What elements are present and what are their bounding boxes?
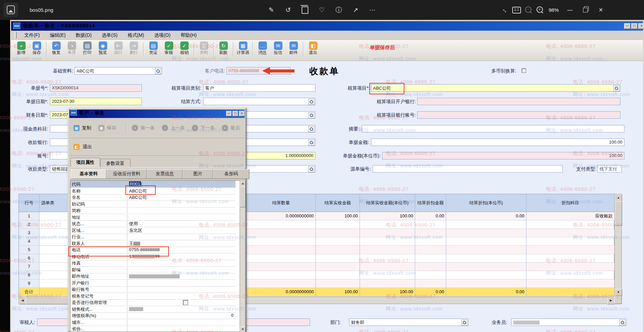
- table-cell[interactable]: [446, 279, 526, 288]
- table-cell[interactable]: 100.00: [316, 212, 360, 220]
- table-cell[interactable]: [247, 246, 316, 254]
- table-cell[interactable]: 0.0000000000: [247, 212, 316, 220]
- grid-row-联系人[interactable]: 联系人王: [70, 240, 236, 247]
- toolbar-button-保存[interactable]: ▣保存: [29, 41, 44, 55]
- table-cell[interactable]: [446, 254, 526, 263]
- grid-row-value[interactable]: ABC公司: [129, 188, 234, 194]
- table-cell[interactable]: [247, 229, 316, 237]
- table-cell[interactable]: [360, 279, 415, 288]
- lookup-icon[interactable]: [308, 140, 314, 146]
- grid-row-value[interactable]: [129, 293, 234, 299]
- dialog-scroll-up[interactable]: ▲: [240, 181, 246, 187]
- scroll-thumb[interactable]: [615, 201, 622, 225]
- table-total-cell[interactable]: 100.00: [360, 288, 415, 296]
- table-total-cell[interactable]: 0.0000000000: [247, 288, 316, 296]
- table-cell[interactable]: [247, 271, 316, 279]
- grid-row-value[interactable]: [129, 201, 234, 207]
- grid-row-value[interactable]: [129, 234, 234, 240]
- info-icon[interactable]: ⓘ: [333, 0, 344, 20]
- toolbar-button-刷新[interactable]: ↻刷新: [216, 41, 231, 55]
- grid-row-简称[interactable]: 简称: [70, 207, 236, 214]
- table-cell[interactable]: [360, 254, 415, 263]
- amount-local-field[interactable]: 100.00: [382, 152, 624, 159]
- grid-row-value[interactable]: [129, 280, 234, 286]
- item-bankacc-field[interactable]: [417, 111, 620, 119]
- grid-row-增值税率(%)[interactable]: 增值税率(%)0: [70, 312, 236, 319]
- table-cell[interactable]: 8: [19, 271, 39, 279]
- table-cell[interactable]: [316, 271, 360, 279]
- table-cell[interactable]: 9: [19, 279, 39, 288]
- grid-row-电话[interactable]: 电话0755-88888888: [70, 246, 236, 253]
- dialog-scroll-thumb[interactable]: [240, 186, 246, 207]
- bill-date-field[interactable]: 2023-07-30: [50, 98, 142, 105]
- table-cell[interactable]: [316, 229, 360, 237]
- table-cell[interactable]: 3: [19, 229, 39, 237]
- table-cell[interactable]: [526, 220, 615, 229]
- table-cell[interactable]: [316, 263, 360, 271]
- table-cell[interactable]: [526, 229, 615, 237]
- inner-tab-图片[interactable]: 图片: [183, 169, 213, 179]
- base-data-field[interactable]: ABC公司: [74, 67, 162, 74]
- kis-maximize-button[interactable]: □: [631, 23, 638, 29]
- grid-row-value[interactable]: [129, 214, 234, 220]
- lookup-icon[interactable]: [619, 320, 625, 326]
- delete-icon[interactable]: [299, 0, 311, 20]
- table-cell[interactable]: 5: [19, 246, 39, 254]
- table-cell[interactable]: [415, 279, 446, 288]
- grid-row-value[interactable]: 1399: [129, 254, 234, 260]
- table-cell[interactable]: [526, 237, 615, 246]
- grid-row-地址[interactable]: 地址: [70, 214, 236, 221]
- edit-image-icon[interactable]: ✎: [266, 0, 277, 20]
- toolbar-button-预览[interactable]: ◉预览: [95, 41, 111, 55]
- grid-row-助记码[interactable]: 助记码: [70, 201, 236, 208]
- grid-row-value[interactable]: ABC公司: [129, 194, 234, 200]
- grid-row-税务登记号[interactable]: 税务登记号: [70, 293, 236, 300]
- table-cell[interactable]: 7: [19, 263, 39, 271]
- dialog-toolbar-复制[interactable]: 复制: [82, 125, 91, 131]
- settle-method-field[interactable]: [203, 98, 315, 105]
- restore-button[interactable]: [578, 0, 593, 20]
- inner-tab-条形码[interactable]: 条形码: [213, 169, 249, 179]
- toolbar-button-计算器[interactable]: ▦计算器: [235, 41, 251, 55]
- table-scroll-corner[interactable]: [614, 297, 622, 304]
- table-cell[interactable]: 0.00: [446, 212, 526, 220]
- dialog-close-button[interactable]: ×: [239, 111, 245, 116]
- toolbar-button-新增[interactable]: +新增: [13, 41, 29, 55]
- menu-item-0[interactable]: 文件(F): [24, 32, 40, 38]
- table-cell[interactable]: [316, 220, 360, 229]
- table-header-结算折扣(本位币)[interactable]: 结算折扣(本位币): [446, 194, 526, 212]
- item-category-field[interactable]: 客户: [203, 84, 315, 92]
- toolbar-button-打印[interactable]: ▤打印: [80, 41, 95, 55]
- grid-row-代码[interactable]: 代码R001|: [70, 181, 236, 188]
- lookup-icon[interactable]: [155, 68, 161, 74]
- grid-row-名称[interactable]: 名称ABC公司: [70, 187, 236, 194]
- table-cell[interactable]: [360, 229, 415, 237]
- dept-field[interactable]: 财务部: [349, 319, 468, 326]
- table-cell[interactable]: 6: [19, 254, 39, 263]
- table-cell[interactable]: [360, 271, 415, 279]
- lookup-icon[interactable]: [461, 320, 467, 326]
- grid-row-销售模式...[interactable]: 销售模式...: [70, 306, 236, 313]
- table-cell[interactable]: [446, 263, 526, 271]
- fit-to-window-icon[interactable]: ↔: [499, 0, 511, 20]
- inner-tab-应收应付资料[interactable]: 应收应付资料: [106, 169, 147, 179]
- grid-row-是否进行信用管理[interactable]: 是否进行信用管理: [70, 299, 236, 306]
- table-cell[interactable]: [526, 246, 615, 254]
- grid-row-value[interactable]: [129, 286, 234, 292]
- lookup-icon[interactable]: [613, 85, 619, 91]
- minimize-button[interactable]: —: [562, 0, 578, 20]
- table-total-cell[interactable]: 100.00: [316, 288, 360, 296]
- grid-row-value[interactable]: [129, 306, 234, 312]
- scroll-right-button[interactable]: ▶: [607, 297, 615, 304]
- table-total-cell[interactable]: 0.00: [446, 288, 526, 296]
- table-cell[interactable]: [446, 246, 526, 254]
- scroll-up-button[interactable]: ▲: [615, 194, 622, 202]
- menu-item-2[interactable]: 数据(D): [76, 32, 92, 38]
- pay-type-field[interactable]: 线下支付: [597, 165, 622, 173]
- grid-row-value[interactable]: 0755-88888888: [129, 247, 234, 253]
- menu-item-3[interactable]: 选单(S): [102, 32, 118, 38]
- table-total-cell[interactable]: 0.00: [415, 288, 446, 296]
- toolbar-button-退出[interactable]: ◧退出: [305, 41, 321, 55]
- table-cell[interactable]: [316, 246, 360, 254]
- table-cell[interactable]: [526, 271, 615, 279]
